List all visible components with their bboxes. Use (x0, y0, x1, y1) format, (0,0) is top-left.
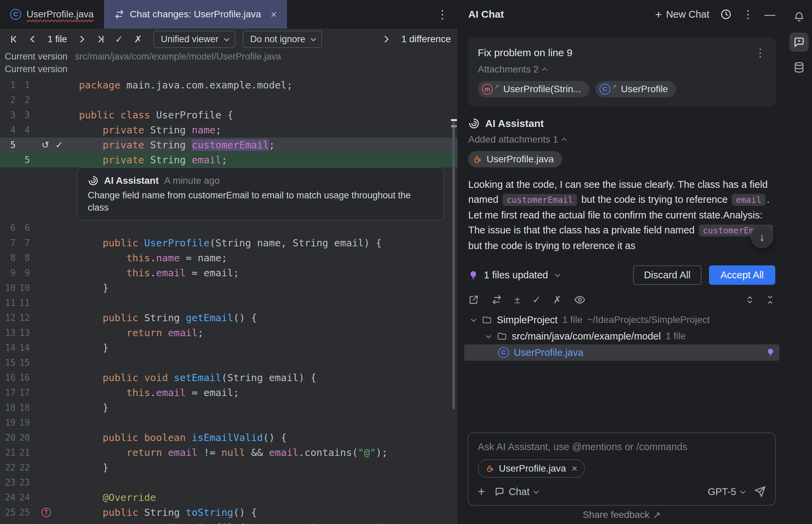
chat-input-placeholder: Ask AI Assistant, use @mentions or /comm… (478, 441, 766, 453)
tree-row-simpleproject[interactable]: SimpleProject1 file~/IdeaProjects/Simple… (464, 312, 779, 328)
plus-icon: + (655, 9, 662, 20)
tree-row-src-main-java-com-example-model[interactable]: src/main/java/com/example/model1 file (464, 328, 779, 344)
override-marker-icon[interactable]: ↑ (41, 508, 51, 517)
previous-difference-button[interactable] (26, 31, 41, 47)
version-label: Current version (5, 51, 68, 62)
add-context-button[interactable]: + (478, 485, 485, 499)
user-prompt-card: Fix problem on line 9 ⋮ Attachments 2 m↗… (468, 37, 776, 106)
ai-assistant-logo-icon (468, 118, 480, 129)
database-tool-icon[interactable] (790, 58, 809, 77)
code-line-9: 99 this.email = email; (0, 265, 458, 280)
code-line-23: 2323 (0, 475, 458, 490)
added-attachments-toggle[interactable]: Added attachments 1 (468, 134, 775, 145)
accept-change-icon[interactable]: ✓ (55, 137, 63, 152)
send-button[interactable] (754, 486, 766, 497)
first-difference-button[interactable] (7, 31, 22, 47)
scroll-to-bottom-button[interactable]: ↓ (751, 226, 773, 248)
reject-changes-icon[interactable]: ✗ (130, 31, 146, 47)
right-tool-strip (785, 0, 812, 524)
chat-input-box[interactable]: Ask AI Assistant, use @mentions or /comm… (468, 432, 776, 506)
history-icon[interactable] (720, 9, 732, 20)
input-attachment-chip[interactable]: UserProfile.java × (478, 459, 585, 478)
discard-all-button[interactable]: Discard All (633, 265, 701, 285)
collapse-all-icon[interactable] (765, 295, 775, 305)
code-line-5: 5 private String email; (0, 152, 458, 167)
reference-arrow-icon: ↗ (612, 83, 617, 91)
share-feedback-label: Share feedback (583, 509, 649, 520)
attachments-toggle[interactable]: Attachments 2 (478, 64, 766, 75)
class-icon: C (599, 84, 610, 95)
code-editor[interactable]: 11package main.java.com.example.model;22… (0, 78, 458, 524)
version-label: Current version (5, 64, 68, 74)
chevron-down-icon[interactable] (468, 318, 477, 322)
method-icon: m (482, 84, 493, 95)
share-feedback-link[interactable]: Share feedback ↗ (458, 506, 785, 524)
assistant-message-text: Looking at the code, I can see the issue… (468, 177, 775, 253)
whitespace-dropdown[interactable]: Do not ignore (243, 31, 322, 48)
plus-minus-icon[interactable]: ± (514, 294, 520, 306)
inline-code-chip: customerEmail (503, 194, 577, 206)
accept-changes-icon[interactable]: ✓ (111, 31, 127, 47)
prompt-kebab-menu-icon[interactable]: ⋮ (755, 46, 766, 59)
show-diff-icon[interactable] (491, 294, 502, 305)
ai-assistant-logo-icon (88, 175, 99, 186)
accept-all-button[interactable]: Accept All (709, 265, 775, 285)
folder-icon (497, 331, 507, 341)
chevron-down-icon (534, 488, 539, 494)
goto-difference-chevron[interactable] (377, 31, 393, 47)
whitespace-value: Do not ignore (250, 34, 305, 45)
code-line-14: 1414 } (0, 340, 458, 355)
viewer-mode-value: Unified viewer (161, 34, 219, 45)
close-tab-icon[interactable]: × (271, 8, 277, 21)
code-line-10: 1010 } (0, 280, 458, 295)
accept-file-icon[interactable]: ✓ (532, 294, 541, 306)
new-chat-label: New Chat (666, 9, 709, 20)
tab-chat-changes[interactable]: Chat changes: UserProfile.java × (104, 0, 287, 29)
editor-scrollbar[interactable] (452, 122, 455, 409)
intention-bulb-icon[interactable] (766, 348, 779, 357)
chat-kebab-menu-icon[interactable]: ⋮ (743, 8, 754, 21)
tab-userprofile-java[interactable]: C UserProfile.java (0, 0, 104, 29)
attachment-chip-label: UserProfile.java (487, 154, 554, 165)
code-line-8: 88 this.name = name; (0, 250, 458, 265)
preview-eye-icon[interactable] (574, 294, 586, 306)
editor-kebab-menu-icon[interactable]: ⋮ (427, 7, 458, 21)
attachment-chip[interactable]: C↗UserProfile (595, 81, 676, 97)
next-difference-button[interactable] (73, 31, 89, 47)
file-count-label: 1 file (48, 34, 67, 45)
attachment-chip-label: UserProfile (621, 84, 668, 95)
tree-row-userprofile-java[interactable]: CUserProfile.java (464, 344, 779, 361)
attachment-chip[interactable]: m↗UserProfile(Strin... (478, 81, 589, 97)
reject-file-icon[interactable]: ✗ (553, 294, 562, 306)
tree-item-name: UserProfile.java (514, 347, 583, 358)
attachment-chip-label: UserProfile(Strin... (503, 84, 581, 95)
code-line-3: 33public class UserProfile { (0, 108, 458, 122)
chevron-down-icon (224, 36, 229, 41)
code-line-11: 1111 (0, 295, 458, 310)
diff-toolbar: 1 file ✓ ✗ Unified viewer Do not ignore … (0, 29, 458, 50)
class-icon: C (10, 9, 21, 20)
undo-change-icon[interactable]: ↺ (41, 137, 49, 152)
code-line-12: 1212 public String getEmail() { (0, 310, 458, 325)
viewer-mode-dropdown[interactable]: Unified viewer (153, 31, 235, 48)
code-line-22: 2222 } (0, 460, 458, 475)
chevron-down-icon[interactable] (483, 334, 492, 338)
assistant-attachment-chip[interactable]: UserProfile.java (468, 151, 562, 167)
code-line-7: 77 public UserProfile(String name, Strin… (0, 235, 458, 250)
mode-selector[interactable]: Chat (494, 486, 537, 497)
files-updated-row: 1 files updated Discard All Accept All (458, 265, 785, 285)
chevron-down-icon[interactable] (555, 273, 559, 277)
model-selector[interactable]: GPT-5 (708, 486, 744, 497)
hide-panel-icon[interactable]: — (764, 8, 775, 21)
editor-tab-bar: C UserProfile.java Chat changes: UserPro… (0, 0, 458, 29)
code-line-16: 1616 public void setEmail(String email) … (0, 370, 458, 385)
new-chat-button[interactable]: + New Chat (655, 9, 709, 20)
last-difference-button[interactable] (92, 31, 108, 47)
remove-attachment-icon[interactable]: × (572, 463, 578, 474)
open-in-editor-icon[interactable] (468, 294, 479, 305)
tree-item-path: ~/IdeaProjects/SimpleProject (587, 314, 710, 325)
chevron-up-icon (542, 67, 547, 73)
notifications-bell-icon[interactable] (790, 7, 809, 27)
expand-all-icon[interactable] (745, 295, 755, 305)
ai-chat-tool-icon[interactable] (790, 33, 809, 52)
